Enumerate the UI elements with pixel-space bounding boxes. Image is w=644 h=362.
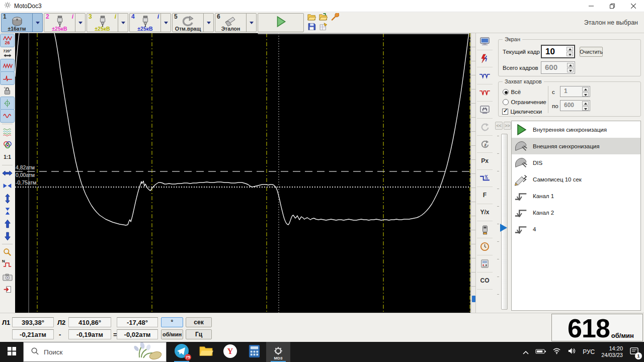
search-input[interactable]: Поиск	[23, 342, 167, 362]
open-folder-button[interactable]	[306, 14, 317, 23]
monitor-button[interactable]	[477, 33, 493, 50]
telegram-taskbar-button[interactable]: 75	[170, 342, 194, 362]
normalize-button[interactable]: N	[1, 258, 14, 271]
channel-button-4[interactable]: 4i±25кВ	[129, 13, 171, 32]
h-compress-button[interactable]	[1, 179, 14, 192]
lightning-button[interactable]	[477, 50, 493, 67]
arrow-down-button[interactable]	[1, 230, 14, 242]
channel-button-6[interactable]: 6Эталон	[215, 13, 257, 32]
spin-down-icon[interactable]	[567, 68, 574, 72]
prev-frame-button[interactable]: <<	[495, 122, 503, 130]
frame-slider[interactable]	[501, 134, 508, 310]
channel-dropdown-4[interactable]	[160, 14, 171, 32]
explorer-taskbar-button[interactable]	[194, 342, 218, 362]
checkbox-cyclic[interactable]: Циклически	[502, 107, 542, 116]
pulse-red-button[interactable]	[477, 84, 493, 102]
md3-taskbar-button[interactable]: MD3	[266, 342, 290, 362]
v-compress-button[interactable]	[1, 205, 14, 217]
unit-degrees-button[interactable]: °	[161, 317, 183, 327]
maximize-icon[interactable]	[602, 0, 623, 12]
spin-up-icon[interactable]	[567, 47, 573, 51]
minimize-icon[interactable]	[581, 0, 602, 12]
start-button[interactable]	[0, 342, 23, 362]
channel-dropdown-2[interactable]	[75, 14, 85, 32]
sync-item-1[interactable]: Внутренняя синхронизация	[512, 121, 640, 138]
spin-up-icon[interactable]	[582, 87, 589, 92]
range-720-button[interactable]: 720°	[1, 47, 14, 59]
next-frame-button[interactable]: >>	[504, 122, 511, 130]
sync-item-5[interactable]: Канал 1	[512, 188, 640, 204]
calculator-taskbar-button[interactable]	[242, 342, 266, 362]
multimeter-button[interactable]	[477, 255, 493, 273]
wifi-icon[interactable]	[552, 347, 561, 356]
sync-marker-button[interactable]	[1, 97, 14, 110]
arrow-up-button[interactable]	[1, 217, 14, 230]
close-icon[interactable]	[623, 0, 644, 12]
monitor-plug-button[interactable]	[477, 102, 493, 119]
export-table-button[interactable]	[317, 23, 329, 32]
import-folder-button[interactable]	[317, 14, 329, 23]
current-frame-spinner[interactable]: 10	[541, 45, 575, 58]
channel-button-2[interactable]: 2i±25кВ	[44, 13, 86, 32]
rotate-cw-button[interactable]	[477, 119, 493, 136]
radio-limit[interactable]: Ограничение	[503, 97, 546, 106]
channel-button-5[interactable]: 5Отм.вращ	[172, 13, 214, 32]
wave-count-button[interactable]: 26	[1, 34, 14, 47]
channel-button-3[interactable]: 3i±25кВ	[87, 13, 128, 32]
yandex-taskbar-button[interactable]: Y	[218, 342, 242, 362]
chart-vertical-scrollbar[interactable]	[471, 33, 476, 313]
h-expand-button[interactable]	[1, 167, 14, 179]
multi-wave-button[interactable]	[1, 59, 14, 72]
yx-button[interactable]: Y/x	[477, 204, 493, 221]
one-to-one-button[interactable]: 1:1	[1, 151, 14, 163]
unit-hz-button[interactable]: Гц	[186, 329, 212, 339]
sync-item-7[interactable]: 4	[512, 221, 640, 237]
channel-dropdown-5[interactable]	[203, 14, 213, 32]
channel-dropdown-3[interactable]	[118, 14, 128, 32]
sync-item-6[interactable]: Канал 2	[512, 204, 640, 221]
clear-button[interactable]: Очистить	[580, 47, 603, 57]
f-button[interactable]: F	[477, 187, 493, 204]
sync-item-2[interactable]: Внешняя синхронизация	[512, 138, 640, 154]
camera-button[interactable]	[1, 271, 14, 284]
channel-button-1[interactable]: 1±16атм	[1, 13, 43, 32]
speaker-icon[interactable]	[568, 347, 576, 356]
color-circles-button[interactable]	[1, 138, 14, 151]
sensor-button[interactable]	[477, 221, 493, 238]
unit-rpm-button[interactable]: об/мин	[161, 329, 183, 339]
oscilloscope-chart[interactable]: 4,82атм0,00атм-0,75атм	[15, 33, 470, 313]
rotate-2-button[interactable]: 2	[477, 136, 493, 153]
unit-seconds-button[interactable]: сек	[186, 317, 212, 327]
px-button[interactable]: Px	[477, 153, 493, 170]
spin-down-icon[interactable]	[582, 92, 589, 97]
lock-button[interactable]	[1, 84, 14, 97]
radio-all[interactable]: Всё	[503, 87, 521, 96]
v-expand-button[interactable]	[1, 192, 14, 205]
sine-button[interactable]	[1, 110, 14, 122]
to-spinner[interactable]: 600	[560, 100, 590, 111]
percent-step-button[interactable]	[477, 170, 493, 187]
spin-up-icon[interactable]	[582, 101, 589, 106]
sync-item-4[interactable]: Самописец 10 сек	[512, 171, 640, 188]
channel-dropdown-1[interactable]	[32, 14, 42, 32]
from-spinner[interactable]: 1	[560, 86, 590, 97]
zoom-button[interactable]	[1, 246, 14, 258]
sync-item-3[interactable]: DIS	[512, 154, 640, 171]
spike-button[interactable]	[1, 72, 14, 84]
battery-icon[interactable]	[535, 347, 546, 356]
clock-button[interactable]	[477, 238, 493, 255]
wrench-button[interactable]	[329, 14, 340, 23]
checkbox-cyclic-icon[interactable]	[502, 109, 508, 115]
spin-up-icon[interactable]	[567, 63, 574, 67]
spin-down-icon[interactable]	[567, 52, 573, 56]
overlay-waves-button[interactable]	[1, 126, 14, 138]
co-button[interactable]: CO	[477, 273, 493, 290]
channel-dropdown-6[interactable]	[246, 14, 256, 32]
language-indicator[interactable]: РУС	[583, 348, 595, 355]
chart-scrollbar-thumb[interactable]	[472, 296, 475, 302]
save-button[interactable]	[306, 23, 317, 32]
export-doc-button[interactable]	[1, 284, 14, 296]
tray-clock[interactable]: 14:20 24/03/23	[601, 345, 623, 358]
start-measurement-button[interactable]	[258, 13, 304, 32]
frame-slider-handle[interactable]	[500, 224, 507, 232]
